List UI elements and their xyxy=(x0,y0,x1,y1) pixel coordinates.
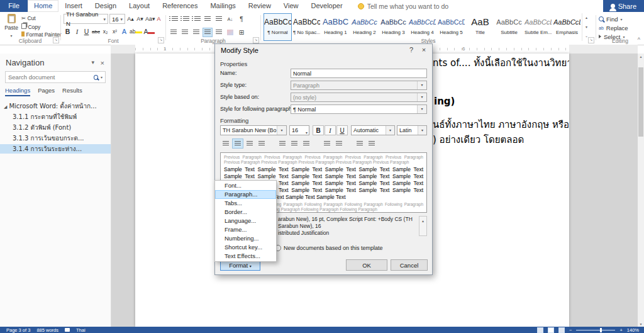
description-scrollbar[interactable]: ▴ xyxy=(419,216,427,236)
tab-developer[interactable]: Developer xyxy=(305,0,349,12)
shading-button[interactable] xyxy=(225,28,235,37)
following-paragraph-combo[interactable]: ¶ Normal▾ xyxy=(291,104,427,114)
dialog-underline-button[interactable]: U xyxy=(336,125,348,135)
styles-dialog-launcher[interactable]: ↘ xyxy=(588,37,594,43)
style-normal[interactable]: AaBbCcD¶ Normal xyxy=(264,13,292,41)
dialog-font-size-combo[interactable]: 16▾ xyxy=(289,125,309,135)
superscript-button[interactable]: x² xyxy=(111,27,119,37)
ok-button[interactable]: OK xyxy=(346,259,387,271)
style-heading-3[interactable]: AaBbCcHeading 3 xyxy=(379,13,408,41)
menu-item-font[interactable]: Font... xyxy=(215,181,276,190)
style-subtitle[interactable]: AaBbCcSubtitle xyxy=(495,13,523,41)
zoom-level[interactable]: 140% xyxy=(627,327,639,333)
nav-heading-item[interactable]: ◢Microsoft Word: ตั้งค่าหน้าก... xyxy=(0,101,111,111)
cut-button[interactable]: ✂ Cut xyxy=(21,15,36,21)
tab-view[interactable]: View xyxy=(277,0,305,12)
font-color-button[interactable]: A xyxy=(143,27,155,37)
nav-tab-pages[interactable]: Pages xyxy=(38,87,55,96)
tab-review[interactable]: Review xyxy=(242,0,277,12)
dialog-justify-button[interactable] xyxy=(256,138,267,149)
copy-button[interactable]: Copy xyxy=(21,23,40,30)
word-count[interactable]: 885 words xyxy=(36,327,58,333)
dialog-close-icon[interactable]: × xyxy=(418,45,430,55)
numbering-button[interactable] xyxy=(180,14,190,24)
tab-layout[interactable]: Layout xyxy=(123,0,156,12)
nav-heading-item[interactable]: 3.1.1 กระดาษที่ใช้พิมพ์ xyxy=(0,112,111,121)
multilevel-list-button[interactable] xyxy=(191,14,201,24)
bullets-button[interactable] xyxy=(169,14,179,24)
menu-item-numbering[interactable]: Numbering... xyxy=(215,234,276,243)
bold-button[interactable]: B xyxy=(64,27,72,37)
nav-tab-headings[interactable]: Headings xyxy=(5,87,30,96)
dialog-font-family-combo[interactable]: TH Sarabun New (Bo▾ xyxy=(220,125,287,135)
language-indicator[interactable]: Thai xyxy=(76,327,86,333)
style-heading-5[interactable]: AaBbCcDHeading 5 xyxy=(437,13,465,41)
nav-tab-results[interactable]: Results xyxy=(62,87,82,96)
style-heading-4[interactable]: AaBbCcDHeading 4 xyxy=(408,13,436,41)
dialog-help-button[interactable]: ? xyxy=(406,45,417,55)
dialog-single-spacing-button[interactable] xyxy=(277,138,288,149)
page-indicator[interactable]: Page 3 of 3 xyxy=(6,327,30,333)
subscript-button[interactable]: x₂ xyxy=(101,27,109,37)
scroll-down-icon[interactable]: ▾ xyxy=(638,322,644,326)
font-dialog-launcher[interactable]: ↘ xyxy=(158,37,164,43)
zoom-slider[interactable] xyxy=(576,330,615,330)
dialog-1p5-spacing-button[interactable] xyxy=(289,138,300,149)
style-heading-2[interactable]: AaBbCcHeading 2 xyxy=(350,13,379,41)
tab-references[interactable]: References xyxy=(156,0,204,12)
menu-item-tabs[interactable]: Tabs... xyxy=(215,199,276,208)
increase-indent-button[interactable] xyxy=(214,14,224,24)
scrollbar-thumb[interactable] xyxy=(638,67,643,137)
menu-item-text-effects[interactable]: Text Effects... xyxy=(215,252,276,261)
tab-home[interactable]: Home xyxy=(28,0,58,12)
change-case-button[interactable]: Aa▾ xyxy=(145,14,153,24)
zoom-in-button[interactable]: + xyxy=(619,327,622,333)
print-layout-icon[interactable] xyxy=(548,327,554,333)
menu-item-frame[interactable]: Frame... xyxy=(215,225,276,234)
zoom-slider-thumb[interactable] xyxy=(600,328,602,332)
dialog-script-combo[interactable]: Latin▾ xyxy=(397,125,427,135)
style-name-input[interactable]: Normal xyxy=(291,69,427,78)
clipboard-dialog-launcher[interactable]: ↘ xyxy=(53,37,59,43)
scroll-up-icon[interactable]: ▴ xyxy=(422,219,424,223)
replace-button[interactable]: abReplace xyxy=(596,23,644,32)
font-size-combo[interactable]: 16▾ xyxy=(109,14,125,24)
decrease-indent-button[interactable] xyxy=(203,14,213,24)
nav-heading-item[interactable]: 3.1.3 การเว้นขอบกระด... xyxy=(0,133,111,143)
find-button[interactable]: Find▾ xyxy=(596,14,644,23)
nav-heading-item[interactable]: 3.1.2 ตัวพิมพ์ (Font) xyxy=(0,123,111,132)
text-effects-button[interactable]: A xyxy=(120,27,128,37)
dialog-bold-button[interactable]: B xyxy=(313,125,324,135)
dialog-align-right-button[interactable] xyxy=(244,138,255,149)
dialog-increase-indent-button[interactable] xyxy=(366,138,377,149)
style-subtle-emphasis[interactable]: AaBbCcDSubtle Em... xyxy=(524,13,552,41)
expand-triangle-icon[interactable]: ◢ xyxy=(4,104,7,110)
align-center-button[interactable] xyxy=(180,28,190,37)
borders-button[interactable]: ⊞ xyxy=(236,28,247,37)
shrink-font-button[interactable]: A▾ xyxy=(136,14,144,24)
strikethrough-button[interactable]: abc xyxy=(92,27,100,37)
underline-button[interactable]: U xyxy=(82,27,91,37)
style-emphasis[interactable]: AaBbCcDEmphasis xyxy=(553,13,581,41)
collapse-ribbon-button[interactable]: ^ xyxy=(638,37,640,43)
dialog-decrease-indent-button[interactable] xyxy=(354,138,365,149)
scroll-up-icon[interactable]: ▴ xyxy=(638,54,644,59)
style-no-spacing[interactable]: AaBbCcD¶ No Spac... xyxy=(292,13,321,41)
paste-button[interactable]: Paste ▾ xyxy=(3,14,20,38)
style-title[interactable]: AaBTitle xyxy=(466,13,494,41)
grow-font-button[interactable]: A▴ xyxy=(126,14,135,24)
tell-me-box[interactable]: Tell me what you want to do xyxy=(358,0,449,12)
tab-file[interactable]: File xyxy=(0,0,28,12)
search-dropdown-icon[interactable]: ▾ xyxy=(101,75,103,79)
show-paragraph-marks-button[interactable]: ¶ xyxy=(236,14,247,24)
align-right-button[interactable] xyxy=(191,28,201,37)
sort-button[interactable]: A↓ xyxy=(225,14,235,24)
highlight-color-button[interactable]: ab xyxy=(130,27,142,37)
menu-item-paragraph[interactable]: Paragraph... xyxy=(215,190,276,199)
menu-item-shortcut-key[interactable]: Shortcut key... xyxy=(215,243,276,252)
style-heading-1[interactable]: AaBbCHeading 1 xyxy=(321,13,350,41)
vertical-scrollbar[interactable]: ▴ ▾ xyxy=(638,54,644,327)
italic-button[interactable]: I xyxy=(73,27,81,37)
search-input[interactable] xyxy=(6,74,94,81)
cancel-button[interactable]: Cancel xyxy=(391,259,428,271)
